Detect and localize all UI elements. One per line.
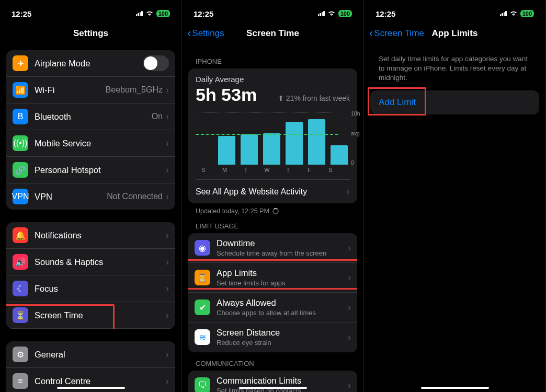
row-sublabel: Choose apps to allow at all times <box>217 309 348 317</box>
back-button[interactable]: ‹ Settings <box>187 28 224 39</box>
limit-row-app-limits[interactable]: ⏳ App Limits Set time limits for apps › <box>188 263 357 293</box>
nav-header: ‹ Settings Screen Time <box>182 22 363 45</box>
comm-icon: 🗨 <box>195 377 210 392</box>
signal-icon <box>136 11 143 16</box>
status-time: 12:25 <box>12 9 31 18</box>
row-label: Wi-Fi <box>35 85 106 95</box>
back-button[interactable]: ‹ Screen Time <box>369 28 424 39</box>
row-label: Bluetooth <box>35 112 152 122</box>
back-label: Settings <box>192 28 224 39</box>
settings-row-vpn[interactable]: VPNVPNNot Connected› <box>6 183 175 210</box>
chevron-right-icon: › <box>348 380 351 391</box>
chevron-left-icon: ‹ <box>369 28 373 39</box>
row-label: Communication Limits <box>217 376 348 386</box>
limit-row-always-allowed[interactable]: ✔ Always Allowed Choose apps to allow at… <box>188 293 357 322</box>
row-label: Downtime <box>217 238 348 248</box>
toggle[interactable] <box>143 55 169 71</box>
chevron-right-icon: › <box>166 310 169 321</box>
section-iphone: IPHONE <box>188 50 357 68</box>
spinner-icon <box>272 208 279 214</box>
chevron-right-icon: › <box>166 230 169 241</box>
limit-row-screen-distance[interactable]: ≋ Screen Distance Reduce eye strain › <box>188 322 357 352</box>
battery-icon: 100 <box>156 10 170 17</box>
chevron-right-icon: › <box>166 165 169 176</box>
settings-row-airplane-mode[interactable]: ✈Airplane Mode <box>6 50 175 77</box>
downtime-icon: ◉ <box>195 240 210 256</box>
chevron-right-icon: › <box>166 111 169 122</box>
moon-icon: ☾ <box>13 281 28 296</box>
row-label: Notifications <box>35 230 166 240</box>
page-title: Screen Time <box>246 28 299 39</box>
battery-icon: 100 <box>338 10 352 17</box>
settings-row-wi-fi[interactable]: 📶Wi-FiBeebom_5GHz› <box>6 77 175 103</box>
row-value: Beebom_5GHz <box>106 85 163 95</box>
switches-icon: ≡ <box>13 373 28 389</box>
hourglass-icon: ⏳ <box>13 307 28 323</box>
chevron-right-icon: › <box>166 138 169 149</box>
battery-icon: 100 <box>520 10 534 17</box>
settings-row-notifications[interactable]: 🔔Notifications› <box>6 222 175 249</box>
settings-row-screen-time[interactable]: ⏳Screen Time› <box>6 302 175 329</box>
row-sublabel: Schedule time away from the screen <box>217 249 348 257</box>
row-label: Personal Hotspot <box>35 165 166 175</box>
chevron-right-icon: › <box>348 332 351 343</box>
chevron-left-icon: ‹ <box>187 28 191 39</box>
row-label: Screen Distance <box>217 328 348 338</box>
wifi-icon <box>327 9 336 18</box>
home-indicator[interactable] <box>239 387 307 389</box>
signal-icon <box>500 11 507 16</box>
page-title: Settings <box>73 28 108 39</box>
row-label: VPN <box>35 192 107 202</box>
wifi-icon: 📶 <box>13 82 28 98</box>
wifi-icon <box>509 9 518 18</box>
status-bar: 12:25 100 <box>182 0 363 22</box>
status-bar: 12:25 100 <box>364 0 545 22</box>
chevron-right-icon: › <box>166 376 169 387</box>
check-icon: ✔ <box>195 299 210 315</box>
chevron-right-icon: › <box>166 257 169 268</box>
see-all-activity-button[interactable]: See All App & Website Activity › <box>196 179 350 197</box>
settings-row-general[interactable]: ⚙General› <box>6 341 175 368</box>
settings-row-bluetooth[interactable]: BBluetoothOn› <box>6 103 175 130</box>
row-label: Control Centre <box>35 376 166 386</box>
chevron-right-icon: › <box>166 191 169 202</box>
row-label: Sounds & Haptics <box>35 257 166 267</box>
chart-y-axis: 10h avg 0 <box>351 110 361 165</box>
settings-row-sounds-haptics[interactable]: 🔊Sounds & Haptics› <box>6 249 175 275</box>
row-label: Focus <box>35 284 166 294</box>
daily-average-value: 5h 53m <box>196 85 257 105</box>
speaker-icon: 🔊 <box>13 254 28 270</box>
nav-header: ‹ Screen Time App Limits <box>364 22 545 45</box>
section-communication: COMMUNICATION <box>188 352 357 371</box>
row-value: Not Connected <box>107 192 163 201</box>
app-limits-description: Set daily time limits for app categories… <box>370 45 539 90</box>
chevron-right-icon: › <box>348 302 351 313</box>
panel-settings: 12:25 100 Settings ✈Airplane Mode📶Wi-FiB… <box>0 0 182 392</box>
arrow-up-icon: ⬆ <box>278 94 284 102</box>
gear-icon: ⚙ <box>13 347 28 362</box>
chevron-right-icon: › <box>347 186 350 197</box>
row-label: App Limits <box>217 268 348 278</box>
add-limit-button[interactable]: Add Limit <box>370 90 539 114</box>
status-time: 12:25 <box>194 9 213 18</box>
row-label: Airplane Mode <box>35 59 143 68</box>
settings-row-mobile-service[interactable]: ((•))Mobile Service› <box>6 130 175 157</box>
bell-icon: 🔔 <box>13 227 28 243</box>
settings-row-personal-hotspot[interactable]: 🔗Personal Hotspot› <box>6 157 175 183</box>
settings-row-focus[interactable]: ☾Focus› <box>6 275 175 302</box>
bluetooth-icon: B <box>13 109 28 124</box>
chevron-right-icon: › <box>166 283 169 294</box>
chevron-right-icon: › <box>348 272 351 283</box>
home-indicator[interactable] <box>421 387 489 389</box>
panel-app-limits: 12:25 100 ‹ Screen Time App Limits Set d… <box>364 0 546 392</box>
updated-label: Updated today, 12:25 PM <box>188 203 357 215</box>
chevron-right-icon: › <box>166 349 169 360</box>
daily-average-card[interactable]: Daily Average 5h 53m ⬆ 21% from last wee… <box>188 68 357 203</box>
row-label: General <box>35 350 166 360</box>
nav-header: Settings <box>0 22 181 45</box>
home-indicator[interactable] <box>57 387 125 389</box>
distance-icon: ≋ <box>195 329 210 345</box>
vpn-icon: VPN <box>13 189 28 204</box>
limit-row-downtime[interactable]: ◉ Downtime Schedule time away from the s… <box>188 233 357 263</box>
usage-chart: 10h avg 0 <box>196 112 350 165</box>
